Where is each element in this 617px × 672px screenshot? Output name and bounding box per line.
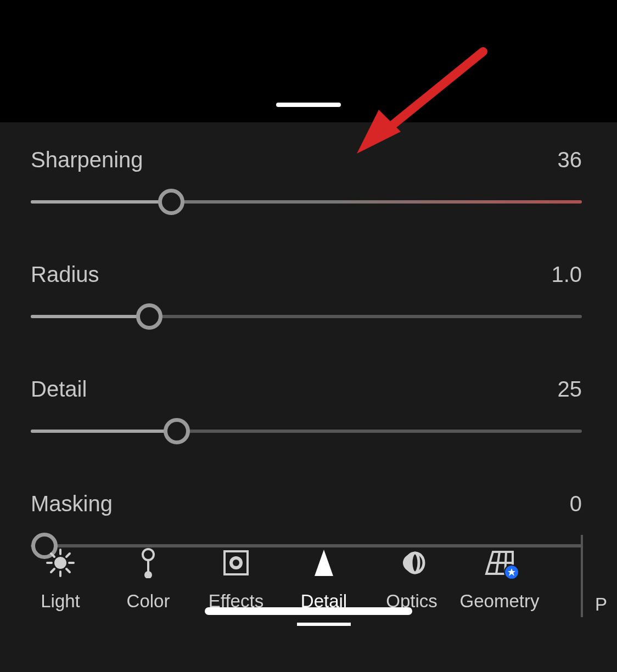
tab-geometry-label: Geometry [460, 591, 540, 612]
svg-line-6 [66, 569, 70, 572]
radius-slider[interactable] [31, 304, 582, 329]
svg-point-11 [145, 572, 151, 578]
tab-color[interactable]: Color [104, 548, 192, 623]
detail-slider[interactable] [31, 419, 582, 443]
optics-icon [397, 548, 426, 578]
masking-value: 0 [570, 492, 582, 516]
tab-light[interactable]: Light [16, 548, 104, 623]
svg-point-0 [55, 558, 65, 568]
svg-marker-22 [508, 568, 515, 576]
tab-light-label: Light [41, 591, 80, 612]
svg-point-9 [143, 549, 154, 560]
sharpening-slider[interactable] [31, 190, 582, 214]
radius-slider-row: Radius 1.0 [31, 262, 582, 329]
svg-line-7 [51, 569, 54, 572]
detail-label: Detail [31, 377, 87, 402]
effects-icon [222, 548, 250, 578]
sharpening-label: Sharpening [31, 148, 143, 172]
tab-presets-cutoff[interactable]: P [595, 551, 617, 615]
tab-presets-label-fragment: P [595, 594, 607, 614]
light-icon [45, 548, 76, 578]
radius-value: 1.0 [551, 262, 582, 287]
active-tab-underline [297, 623, 351, 626]
radius-label: Radius [31, 262, 99, 287]
svg-point-17 [411, 553, 419, 573]
svg-marker-15 [315, 550, 333, 576]
tab-color-label: Color [127, 591, 170, 612]
detail-icon [311, 548, 336, 578]
preview-area [0, 0, 617, 122]
masking-label: Masking [31, 492, 113, 516]
tab-geometry[interactable]: Geometry [456, 548, 543, 623]
svg-point-14 [233, 560, 239, 566]
premium-badge-icon [504, 564, 519, 580]
svg-line-5 [51, 554, 54, 557]
sharpening-value: 36 [558, 148, 582, 172]
detail-slider-row: Detail 25 [31, 377, 582, 443]
geometry-icon [483, 548, 516, 578]
drag-handle[interactable] [276, 103, 341, 107]
svg-line-8 [66, 554, 70, 557]
sharpening-slider-row: Sharpening 36 [31, 148, 582, 214]
detail-panel: Sharpening 36 Radius 1.0 Detail 25 [0, 122, 617, 558]
tabs-divider [581, 535, 583, 617]
color-icon [137, 548, 160, 578]
detail-value: 25 [558, 377, 582, 402]
home-indicator[interactable] [205, 607, 412, 615]
